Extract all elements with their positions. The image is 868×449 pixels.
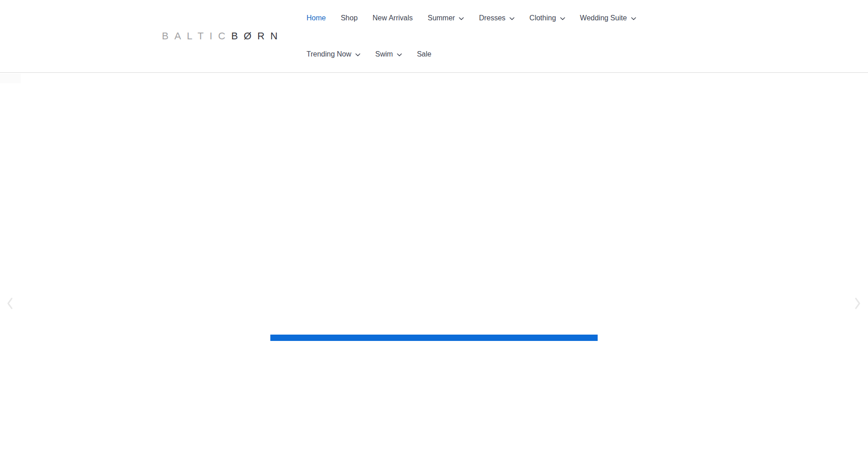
nav-item-clothing[interactable]: Clothing: [529, 14, 565, 22]
nav-item-new-arrivals[interactable]: New Arrivals: [373, 14, 413, 22]
carousel-progress-bar: [270, 335, 598, 341]
nav-row-primary: HomeShopNew ArrivalsSummerDressesClothin…: [307, 0, 636, 36]
chevron-left-icon: [6, 297, 14, 310]
nav-item-label: Clothing: [529, 14, 556, 22]
logo-text-born: BØRN: [231, 30, 283, 42]
chevron-down-icon: [509, 17, 514, 20]
nav-item-dresses[interactable]: Dresses: [479, 14, 514, 22]
nav-item-label: Trending Now: [307, 51, 351, 58]
partial-slide-remnant: [0, 74, 21, 83]
nav-item-label: Summer: [428, 14, 455, 22]
chevron-down-icon: [397, 53, 402, 57]
nav-item-sale[interactable]: Sale: [417, 51, 431, 58]
nav-item-label: Swim: [375, 51, 393, 58]
nav-item-swim[interactable]: Swim: [375, 51, 402, 58]
nav-item-label: Wedding Suite: [580, 14, 627, 22]
chevron-down-icon: [560, 17, 565, 20]
nav-item-label: Home: [307, 14, 326, 22]
chevron-down-icon: [355, 53, 360, 57]
nav-item-label: New Arrivals: [373, 14, 413, 22]
carousel-prev-button[interactable]: [6, 297, 14, 310]
site-header: BALTICBØRN HomeShopNew ArrivalsSummerDre…: [0, 0, 868, 73]
chevron-down-icon: [459, 17, 464, 20]
chevron-right-icon: [854, 297, 861, 310]
nav-item-label: Shop: [341, 14, 358, 22]
nav-item-trending-now[interactable]: Trending Now: [307, 51, 360, 58]
nav-item-label: Sale: [417, 51, 431, 58]
main-nav: HomeShopNew ArrivalsSummerDressesClothin…: [307, 0, 636, 72]
nav-item-home[interactable]: Home: [307, 14, 326, 22]
nav-item-wedding-suite[interactable]: Wedding Suite: [580, 14, 636, 22]
logo-text-baltic: BALTIC: [162, 30, 231, 42]
carousel-next-button[interactable]: [854, 297, 861, 310]
site-logo[interactable]: BALTICBØRN: [162, 0, 283, 72]
nav-item-shop[interactable]: Shop: [341, 14, 358, 22]
chevron-down-icon: [631, 17, 636, 20]
nav-item-label: Dresses: [479, 14, 505, 22]
hero-carousel: [0, 73, 868, 449]
nav-item-summer[interactable]: Summer: [428, 14, 464, 22]
nav-row-secondary: Trending NowSwimSale: [307, 36, 636, 72]
